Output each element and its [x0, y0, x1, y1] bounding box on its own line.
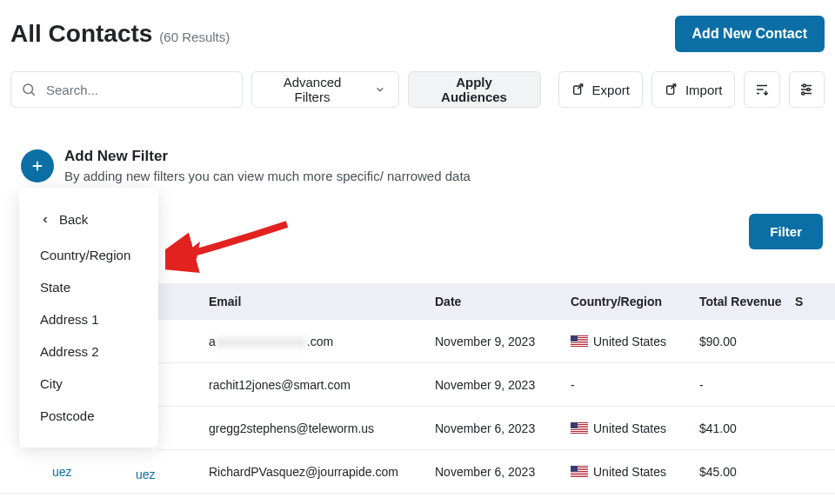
col-header-s[interactable]: S	[795, 295, 821, 308]
svg-point-10	[807, 89, 810, 91]
dropdown-item-address-1[interactable]: Address 1	[19, 303, 158, 335]
cell-revenue: $45.00	[699, 465, 795, 479]
name-link-fragment[interactable]: uez	[136, 468, 156, 481]
dropdown-back-label: Back	[59, 212, 88, 227]
import-icon	[665, 83, 678, 96]
toolbar: Advanced Filters Apply Audiences Export …	[10, 71, 825, 108]
cell-revenue: -	[699, 378, 795, 392]
page-title: All Contacts	[10, 20, 152, 48]
dropdown-item-address-2[interactable]: Address 2	[19, 335, 158, 368]
annotation-arrow	[165, 216, 296, 285]
sort-icon	[754, 82, 770, 97]
settings-button[interactable]	[789, 71, 825, 108]
svg-line-1	[31, 92, 34, 95]
cell-country: United States	[571, 421, 699, 435]
add-filter-subtitle: By adding new filters you can view much …	[64, 169, 471, 183]
cell-revenue: $41.00	[699, 421, 795, 435]
add-filter-title: Add New Filter	[64, 148, 471, 165]
svg-point-12	[802, 92, 805, 95]
flag-us-icon	[571, 422, 588, 434]
filter-dropdown: Back Country/Region State Address 1 Addr…	[19, 188, 158, 448]
flag-us-icon	[571, 335, 588, 347]
svg-point-0	[23, 84, 33, 94]
col-header-date[interactable]: Date	[435, 295, 571, 308]
chevron-down-icon	[374, 83, 386, 96]
col-header-email[interactable]: Email	[209, 295, 435, 308]
sort-button[interactable]	[744, 71, 779, 108]
cell-date: November 9, 2023	[435, 335, 571, 348]
dropdown-item-postcode[interactable]: Postcode	[19, 400, 158, 432]
advanced-filters-label: Advanced Filters	[264, 75, 360, 104]
cell-date: November 6, 2023	[435, 421, 571, 435]
contact-name-link[interactable]: uez	[52, 465, 72, 479]
sliders-icon	[798, 82, 814, 97]
cell-country: United States	[571, 465, 699, 479]
dropdown-item-state[interactable]: State	[19, 271, 158, 303]
add-new-contact-button[interactable]: Add New Contact	[675, 16, 825, 52]
chevron-left-icon	[40, 215, 50, 225]
cell-country: -	[571, 378, 699, 392]
dropdown-back-button[interactable]: Back	[19, 203, 158, 239]
flag-us-icon	[571, 466, 588, 477]
search-icon	[21, 82, 37, 97]
cell-email: gregg2stephens@teleworm.us	[209, 421, 435, 435]
add-filter-button[interactable]	[21, 149, 54, 182]
svg-point-8	[804, 84, 806, 87]
apply-audiences-button[interactable]: Apply Audiences	[408, 71, 541, 108]
dropdown-item-country-region[interactable]: Country/Region	[19, 239, 158, 271]
filter-button[interactable]: Filter	[749, 214, 823, 249]
export-label: Export	[592, 83, 630, 97]
col-header-revenue[interactable]: Total Revenue	[699, 295, 795, 308]
import-label: Import	[685, 83, 723, 97]
search-input[interactable]	[10, 71, 243, 108]
add-filter-prompt: Add New Filter By adding new filters you…	[10, 148, 825, 183]
cell-email: axxxxxxxxxxxxxxx.com	[209, 335, 435, 348]
cell-email: RichardPVasquez@jourrapide.com	[209, 465, 435, 479]
plus-icon	[30, 158, 45, 174]
import-button[interactable]: Import	[651, 71, 736, 108]
result-count: (60 Results)	[159, 30, 230, 44]
dropdown-item-city[interactable]: City	[19, 368, 158, 400]
cell-date: November 9, 2023	[435, 378, 571, 392]
page-header: All Contacts (60 Results) Add New Contac…	[10, 16, 825, 52]
col-header-country[interactable]: Country/Region	[571, 295, 699, 308]
cell-date: November 6, 2023	[435, 465, 571, 479]
export-icon	[571, 83, 585, 96]
cell-revenue: $90.00	[699, 335, 795, 348]
cell-email: rachit12jones@smart.com	[209, 378, 435, 392]
advanced-filters-button[interactable]: Advanced Filters	[251, 71, 398, 108]
cell-country: United States	[571, 335, 699, 348]
export-button[interactable]: Export	[558, 71, 643, 108]
